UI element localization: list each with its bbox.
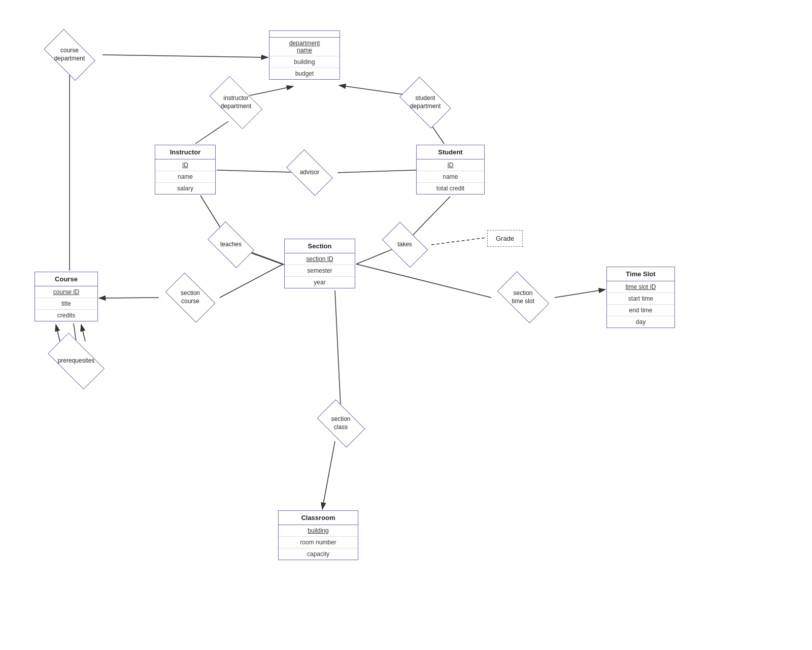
attr-inst-id: ID [155, 159, 215, 171]
attr-dept-name: departmentname [269, 38, 340, 56]
attr-ts-start: start time [607, 293, 674, 305]
svg-line-22 [81, 324, 85, 341]
svg-line-17 [555, 289, 605, 298]
attr-class-cap: capacity [279, 548, 358, 560]
attr-sec-id: section ID [285, 253, 355, 265]
svg-line-19 [322, 441, 335, 509]
svg-line-18 [335, 290, 341, 405]
entity-classroom-title: Classroom [279, 511, 358, 525]
entity-course-title: Course [35, 272, 97, 286]
diamond-instructor-dept-label: instructordepartment [221, 94, 252, 110]
diamond-takes-label: takes [397, 241, 412, 249]
attr-ts-id: time slot ID [607, 281, 674, 293]
svg-line-15 [99, 298, 159, 298]
attr-inst-salary: salary [155, 183, 215, 194]
attr-class-building: building [279, 525, 358, 537]
attr-class-room: room number [279, 537, 358, 548]
diamond-section-course-label: sectioncourse [181, 289, 200, 305]
diamond-instructor-dept: instructordepartment [203, 83, 269, 122]
attr-sec-year: year [285, 277, 355, 288]
diamond-takes: takes [378, 227, 431, 263]
diamond-student-dept: studentdepartment [395, 83, 456, 122]
diamond-section-class-label: sectionclass [331, 415, 350, 431]
entity-grade: Grade [487, 230, 523, 247]
entity-section: Section section ID semester year [284, 239, 355, 288]
entity-section-title: Section [285, 239, 355, 253]
entity-student-title: Student [417, 145, 484, 159]
attr-course-id: course ID [35, 286, 97, 298]
entity-student: Student ID name total credit [416, 145, 485, 194]
svg-line-16 [356, 264, 491, 298]
diamond-section-timeslot-label: sectiontime slot [512, 289, 534, 305]
attr-stud-name: name [417, 171, 484, 183]
attr-stud-id: ID [417, 159, 484, 171]
attr-course-title: title [35, 298, 97, 310]
attr-inst-name: name [155, 171, 215, 183]
attr-ts-day: day [607, 316, 674, 328]
entity-course: Course course ID title credits [35, 272, 98, 321]
diamond-advisor: advisor [282, 155, 337, 190]
attr-sec-sem: semester [285, 265, 355, 277]
diamond-advisor-label: advisor [300, 169, 320, 177]
diamond-teaches-label: teaches [220, 241, 242, 249]
entity-department: departmentname building budget [269, 30, 340, 80]
attr-ts-end: end time [607, 305, 674, 316]
diamond-section-timeslot: sectiontime slot [491, 278, 555, 316]
diamond-prerequesites: prerequesites [41, 341, 112, 381]
entity-department-title [269, 31, 340, 38]
entity-instructor: Instructor ID name salary [155, 145, 216, 194]
entity-instructor-title: Instructor [155, 145, 215, 159]
attr-course-credits: credits [35, 310, 97, 321]
entity-classroom: Classroom building room number capacity [278, 510, 358, 560]
svg-line-8 [337, 170, 416, 173]
entity-timeslot-title: Time Slot [607, 267, 674, 281]
svg-line-21 [56, 324, 60, 341]
diamond-section-class: sectionclass [312, 405, 370, 442]
grade-label: Grade [496, 235, 514, 242]
svg-line-13 [431, 238, 486, 245]
svg-line-14 [220, 264, 283, 298]
svg-line-5 [195, 121, 228, 144]
diamond-student-dept-label: studentdepartment [410, 94, 441, 110]
attr-dept-building: building [269, 56, 340, 68]
attr-dept-budget: budget [269, 68, 340, 79]
diamond-course-dept-label: coursedepartment [54, 47, 85, 62]
diamond-section-course: sectioncourse [160, 278, 221, 316]
diamond-course-dept: coursedepartment [37, 35, 103, 75]
diamond-prerequesites-label: prerequesites [58, 357, 95, 365]
svg-line-1 [103, 55, 268, 57]
entity-timeslot: Time Slot time slot ID start time end ti… [606, 267, 675, 328]
diamond-teaches: teaches [203, 227, 259, 263]
attr-stud-credit: total credit [417, 183, 484, 194]
